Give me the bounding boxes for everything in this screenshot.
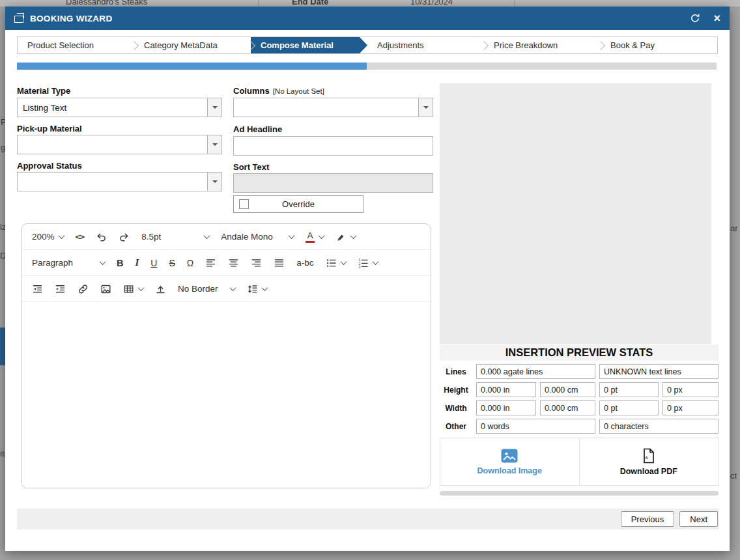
columns-select[interactable] bbox=[233, 98, 433, 117]
chevron-down-icon[interactable] bbox=[207, 135, 221, 154]
ad-headline-label: Ad Headline bbox=[233, 124, 282, 134]
background-table-row: Dalessandro's Steaks End Date 10/31/2024 bbox=[0, 0, 740, 7]
stat-value: 0.000 cm bbox=[540, 382, 595, 397]
italic-icon[interactable]: I bbox=[135, 257, 139, 268]
refresh-icon[interactable] bbox=[690, 13, 700, 23]
background-end-date-label: End Date bbox=[292, 0, 328, 7]
step-book-and-pay[interactable]: Book & Pay bbox=[601, 37, 717, 53]
block-format-select[interactable]: Paragraph bbox=[32, 258, 105, 268]
chevron-down-icon[interactable] bbox=[262, 285, 268, 291]
pickup-material-label: Pick-up Material bbox=[17, 124, 82, 133]
insert-table-button[interactable] bbox=[123, 284, 143, 294]
stat-value: 0.000 in bbox=[476, 382, 536, 397]
text-color-button[interactable]: A bbox=[306, 231, 324, 243]
stat-value: UNKNOWN text lines bbox=[599, 364, 719, 379]
zoom-select[interactable]: 200% bbox=[32, 232, 64, 242]
next-button[interactable]: Next bbox=[679, 511, 718, 527]
undo-icon[interactable] bbox=[96, 232, 107, 242]
override-toggle[interactable]: Override bbox=[233, 195, 363, 213]
upload-icon[interactable] bbox=[155, 284, 166, 294]
font-size-select[interactable]: 8.5pt bbox=[141, 232, 209, 242]
highlight-color-button[interactable] bbox=[335, 232, 356, 242]
line-height-button[interactable] bbox=[247, 284, 267, 294]
background-text-fragment: ct bbox=[730, 471, 737, 481]
special-character-icon[interactable]: Ω bbox=[187, 258, 193, 268]
editor-content[interactable] bbox=[21, 302, 431, 488]
no-layout-set-hint: [No Layout Set] bbox=[273, 87, 324, 95]
background-end-date-value: 10/31/2024 bbox=[410, 0, 453, 7]
chevron-down-icon[interactable] bbox=[319, 232, 325, 239]
step-compose-material[interactable]: Compose Material bbox=[251, 37, 367, 53]
horizontal-scrollbar[interactable] bbox=[440, 491, 719, 496]
align-justify-icon[interactable] bbox=[274, 258, 285, 268]
editor-toolbar-row-3: No Border bbox=[21, 276, 431, 302]
highlighter-icon bbox=[335, 232, 347, 242]
stat-value: 0 words bbox=[476, 419, 595, 434]
border-style-select[interactable]: No Border bbox=[178, 284, 235, 294]
approval-status-label: Approval Status bbox=[17, 161, 82, 171]
indent-icon[interactable] bbox=[55, 284, 66, 294]
align-right-icon[interactable] bbox=[251, 258, 262, 268]
booking-wizard-dialog: BOOKING WIZARD × Product Selection Categ… bbox=[5, 7, 730, 551]
source-code-icon[interactable]: <> bbox=[76, 232, 85, 242]
bold-icon[interactable]: B bbox=[117, 258, 123, 268]
numbered-list-icon: 1 2 3 bbox=[358, 258, 369, 268]
chevron-down-icon[interactable] bbox=[138, 285, 145, 291]
chevron-down-icon[interactable] bbox=[340, 259, 347, 265]
wizard-progress-bar bbox=[17, 63, 717, 70]
editor-toolbar-row-2: Paragraph B I U S Ω bbox=[21, 250, 431, 276]
font-family-select[interactable]: Andale Mono bbox=[221, 232, 294, 242]
chevron-down-icon bbox=[100, 259, 106, 265]
chevron-down-icon bbox=[230, 285, 236, 291]
line-height-icon bbox=[247, 284, 258, 294]
download-pdf-button[interactable]: A Download PDF bbox=[580, 438, 719, 485]
align-center-icon[interactable] bbox=[228, 258, 239, 268]
chevron-down-icon[interactable] bbox=[207, 173, 221, 191]
pickup-material-select[interactable] bbox=[17, 135, 222, 154]
material-type-label: Material Type bbox=[17, 86, 70, 96]
ad-headline-input[interactable] bbox=[233, 136, 433, 156]
insertion-preview-stats-table: Lines 0.000 agate lines UNKNOWN text lin… bbox=[440, 364, 719, 437]
wizard-steps: Product Selection Category MetaData Comp… bbox=[17, 36, 718, 54]
svg-text:3: 3 bbox=[358, 264, 360, 268]
step-category-metadata[interactable]: Category MetaData bbox=[134, 37, 251, 53]
step-product-selection[interactable]: Product Selection bbox=[18, 37, 134, 53]
background-blue-block bbox=[0, 328, 5, 365]
step-adjustments[interactable]: Adjustments bbox=[367, 37, 484, 53]
strikethrough-icon[interactable]: S bbox=[169, 258, 175, 268]
insert-link-icon[interactable] bbox=[78, 284, 89, 294]
align-left-icon[interactable] bbox=[205, 258, 216, 268]
download-image-button[interactable]: Download Image bbox=[440, 438, 580, 485]
underline-icon[interactable]: U bbox=[150, 258, 157, 268]
step-price-breakdown[interactable]: Price Breakdown bbox=[484, 37, 601, 53]
text-color-icon: A bbox=[306, 231, 315, 243]
redo-icon[interactable] bbox=[119, 232, 130, 242]
close-icon[interactable]: × bbox=[713, 12, 720, 24]
insertion-preview-stats-title: INSERTION PREVIEW STATS bbox=[440, 344, 719, 361]
chevron-down-icon bbox=[204, 232, 210, 239]
numbered-list-button[interactable]: 1 2 3 bbox=[358, 258, 378, 268]
chevron-down-icon[interactable] bbox=[418, 98, 433, 117]
override-checkbox[interactable] bbox=[239, 199, 249, 209]
chevron-down-icon[interactable] bbox=[350, 232, 357, 239]
chevron-down-icon[interactable] bbox=[207, 98, 221, 117]
approval-status-select[interactable] bbox=[17, 172, 222, 191]
sort-text-label: Sort Text bbox=[233, 162, 269, 172]
stat-value: 0 px bbox=[662, 382, 719, 397]
material-type-select[interactable]: Listing Text bbox=[17, 98, 222, 117]
insert-image-icon[interactable] bbox=[100, 284, 111, 294]
chevron-down-icon bbox=[58, 232, 64, 239]
stat-value: 0 characters bbox=[599, 419, 719, 434]
hyphenation-icon[interactable]: a-bc bbox=[296, 258, 313, 268]
table-icon bbox=[123, 284, 134, 294]
background-customer-name: Dalessandro's Steaks bbox=[66, 0, 147, 7]
download-panel: Download Image A Download PDF bbox=[440, 438, 719, 486]
sort-text-input[interactable] bbox=[233, 173, 433, 193]
chevron-down-icon[interactable] bbox=[372, 259, 378, 265]
window-icon bbox=[14, 16, 23, 23]
stats-row-height: Height 0.000 in 0.000 cm 0 pt 0 px bbox=[440, 382, 719, 397]
bullet-list-button[interactable] bbox=[326, 258, 346, 268]
previous-button[interactable]: Previous bbox=[621, 511, 675, 527]
outdent-icon[interactable] bbox=[32, 284, 43, 294]
stat-value: 0.000 in bbox=[476, 400, 536, 415]
